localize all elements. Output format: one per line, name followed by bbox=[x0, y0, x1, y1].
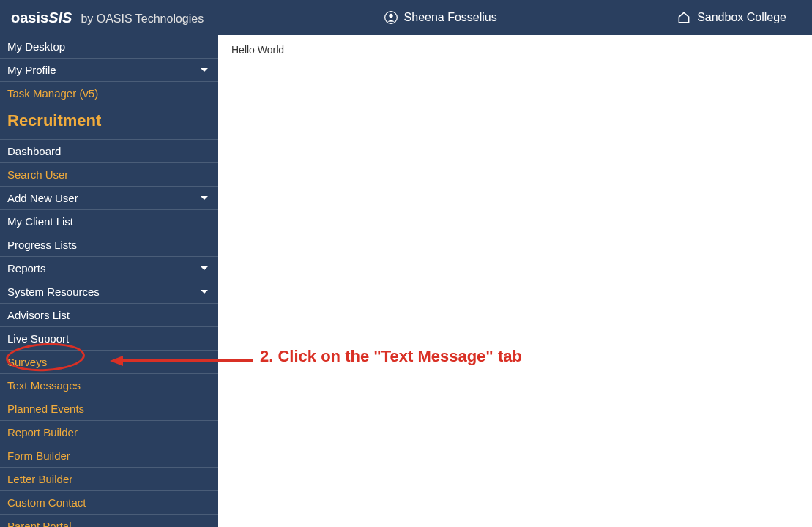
sidebar-item-label: System Resources bbox=[7, 285, 100, 298]
content-area: Hello World bbox=[218, 35, 812, 527]
sidebar-item-planned-events[interactable]: Planned Events bbox=[0, 397, 218, 421]
sidebar-item-label: Dashboard bbox=[7, 145, 61, 157]
user-icon bbox=[384, 10, 398, 25]
sidebar-item-label: Add New User bbox=[7, 192, 78, 204]
user-menu[interactable]: Sheena Fosselius bbox=[204, 10, 677, 25]
home-icon bbox=[677, 10, 691, 25]
sidebar-item-form-builder[interactable]: Form Builder bbox=[0, 444, 218, 468]
content-text: Hello World bbox=[231, 44, 284, 56]
sidebar-item-label: Search User bbox=[7, 168, 68, 181]
logo-suffix: SIS bbox=[48, 10, 72, 26]
logo-section: oasisSIS by OASIS Technologies bbox=[11, 10, 204, 26]
sidebar-item-label: Live Support bbox=[7, 332, 69, 345]
logo-prefix: oasis bbox=[11, 10, 48, 26]
sidebar-item-text-messages[interactable]: Text Messages bbox=[0, 374, 218, 397]
sidebar-item-label: Advisors List bbox=[7, 309, 70, 321]
sidebar-item-report-builder[interactable]: Report Builder bbox=[0, 421, 218, 444]
sidebar-item-search-user[interactable]: Search User bbox=[0, 163, 218, 187]
sidebar-item-my-client-list[interactable]: My Client List bbox=[0, 210, 218, 233]
logo-byline: by OASIS Technologies bbox=[81, 12, 204, 26]
sidebar-item-label: Task Manager (v5) bbox=[7, 87, 98, 100]
sidebar-item-label: My Profile bbox=[7, 64, 56, 76]
sidebar-item-system-resources[interactable]: System Resources bbox=[0, 280, 218, 304]
sidebar-item-reports[interactable]: Reports bbox=[0, 257, 218, 280]
sidebar-section-header: Recruitment bbox=[0, 105, 218, 140]
user-name-label: Sheena Fosselius bbox=[404, 11, 497, 24]
sidebar-item-label: Parent Portal bbox=[7, 520, 72, 527]
chevron-down-icon bbox=[201, 266, 208, 270]
sidebar-item-live-support[interactable]: Live Support bbox=[0, 327, 218, 351]
chevron-down-icon bbox=[201, 68, 208, 72]
institution-menu[interactable]: Sandbox College bbox=[677, 10, 801, 25]
institution-label: Sandbox College bbox=[697, 11, 786, 24]
sidebar-item-surveys[interactable]: Surveys bbox=[0, 351, 218, 374]
sidebar-item-letter-builder[interactable]: Letter Builder bbox=[0, 468, 218, 491]
sidebar-item-label: My Client List bbox=[7, 215, 73, 228]
app-logo: oasisSIS bbox=[11, 10, 72, 26]
sidebar-item-label: Surveys bbox=[7, 356, 47, 368]
sidebar-item-label: Reports bbox=[7, 262, 46, 274]
sidebar-item-label: Letter Builder bbox=[7, 473, 72, 485]
app-header: oasisSIS by OASIS Technologies Sheena Fo… bbox=[0, 0, 812, 35]
chevron-down-icon bbox=[201, 196, 208, 200]
sidebar-item-parent-portal[interactable]: Parent Portal bbox=[0, 515, 218, 527]
sidebar-item-progress-lists[interactable]: Progress Lists bbox=[0, 233, 218, 257]
sidebar-item-label: Planned Events bbox=[7, 403, 84, 415]
sidebar-item-my-profile[interactable]: My Profile bbox=[0, 59, 218, 82]
main-container: My DesktopMy ProfileTask Manager (v5) Re… bbox=[0, 35, 812, 527]
sidebar-item-advisors-list[interactable]: Advisors List bbox=[0, 304, 218, 327]
chevron-down-icon bbox=[201, 290, 208, 294]
sidebar-item-my-desktop[interactable]: My Desktop bbox=[0, 35, 218, 59]
sidebar: My DesktopMy ProfileTask Manager (v5) Re… bbox=[0, 35, 218, 527]
sidebar-item-add-new-user[interactable]: Add New User bbox=[0, 187, 218, 210]
sidebar-item-label: Progress Lists bbox=[7, 239, 77, 251]
sidebar-item-label: Custom Contact bbox=[7, 496, 86, 509]
svg-point-1 bbox=[389, 14, 392, 18]
sidebar-item-label: My Desktop bbox=[7, 40, 65, 53]
sidebar-item-task-manager-v5-[interactable]: Task Manager (v5) bbox=[0, 82, 218, 105]
sidebar-item-dashboard[interactable]: Dashboard bbox=[0, 140, 218, 163]
sidebar-item-label: Report Builder bbox=[7, 426, 78, 438]
sidebar-item-label: Form Builder bbox=[7, 449, 70, 462]
sidebar-item-label: Text Messages bbox=[7, 379, 81, 392]
sidebar-item-custom-contact[interactable]: Custom Contact bbox=[0, 491, 218, 515]
